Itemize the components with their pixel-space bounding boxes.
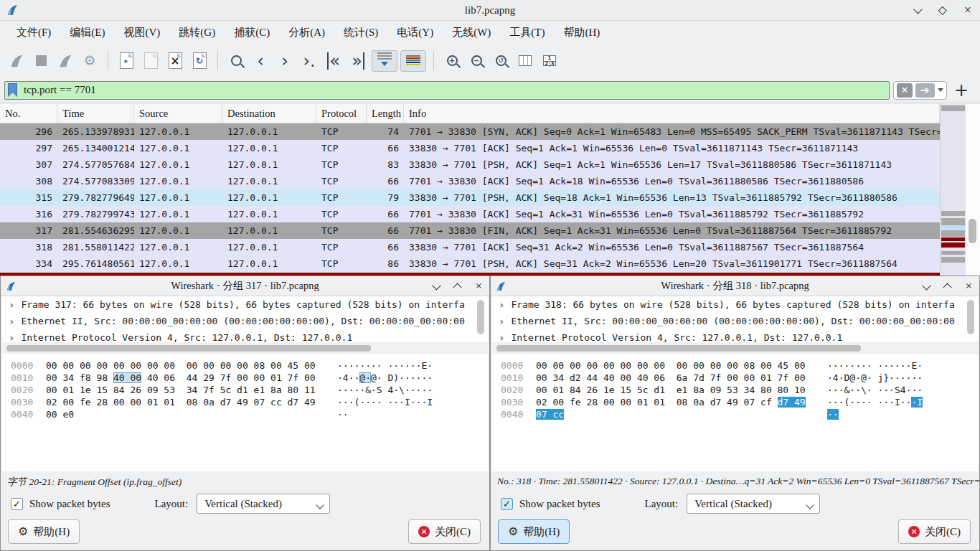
tree-row[interactable]: ›Internet Protocol Version 4, Src: 127.0… [492,329,978,342]
close-icon[interactable]: × [964,4,971,17]
maximize-icon[interactable]: ◇ [938,4,947,16]
close-file-icon[interactable]: × [164,50,186,72]
expander-icon[interactable]: › [499,299,504,311]
menu-file[interactable]: 文件(F) [7,23,60,42]
close-button[interactable]: ✕关闭(C) [408,519,481,544]
menu-edit[interactable]: 编辑(E) [60,23,114,42]
packet-row-318[interactable]: 318281.558011422127.0.0.1127.0.0.1TCP663… [0,239,940,255]
capture-start-icon[interactable] [6,50,27,72]
column-header-protocol[interactable]: Protocol [316,104,367,123]
filter-clear-icon[interactable]: ✕ [897,83,913,98]
find-packet-icon[interactable] [225,50,247,72]
packet-row-307[interactable]: 307274.577057684127.0.0.1127.0.0.1TCP833… [0,156,940,173]
packet-row-308[interactable]: 308274.577083309127.0.0.1127.0.0.1TCP667… [0,173,940,189]
tree-vertical-scrollbar[interactable] [967,300,974,334]
go-first-icon[interactable]: « [323,50,344,72]
column-header-length[interactable]: Length [367,104,404,123]
scrollmap-mark [941,230,965,237]
hex-dump-view[interactable]: 000000 00 00 00 00 00 00 00 00 00 00 00 … [2,354,488,471]
packet-row-334[interactable]: 334295.761480561127.0.0.1127.0.0.1TCP863… [0,255,940,272]
menu-help[interactable]: 帮助(H) [554,23,609,42]
scrollbar-handle[interactable] [496,345,861,352]
cell-source: 127.0.0.1 [134,176,222,187]
expander-icon[interactable]: › [499,316,504,327]
capture-stop-icon[interactable] [30,50,52,72]
tree-vertical-scrollbar[interactable] [477,300,484,334]
show-packet-bytes-checkbox[interactable]: ✓ [11,498,23,510]
menu-tools[interactable]: 工具(T) [500,23,554,42]
column-header-time[interactable]: Time [57,104,134,123]
column-header-source[interactable]: Source [134,104,222,123]
dialog-close-icon[interactable]: × [475,280,482,292]
capture-restart-icon[interactable] [55,50,76,72]
menu-telephony[interactable]: 电话(Y) [387,23,443,42]
menu-statistics[interactable]: 统计(S) [334,23,387,42]
dialog-maximize-icon[interactable] [454,280,461,293]
resize-columns-icon[interactable] [514,50,536,72]
dialog-minimize-icon[interactable] [433,280,440,293]
capture-options-icon[interactable]: ⚙ [79,50,100,72]
tree-row[interactable]: ›Ethernet II, Src: 00:00:00_00:00:00 (00… [2,313,488,329]
open-file-icon[interactable]: ▸ [116,50,137,72]
layout-select[interactable]: Vertical (Stacked) [197,494,330,514]
help-button[interactable]: ⚙帮助(H) [498,519,570,544]
menu-capture[interactable]: 捕获(C) [225,23,279,42]
go-forward-icon[interactable]: › [274,50,296,72]
tree-row[interactable]: ›Internet Protocol Version 4, Src: 127.0… [2,329,488,342]
colorize-icon[interactable] [400,50,426,72]
expander-icon[interactable]: › [499,332,504,343]
toolbar-separator [217,52,218,70]
tree-horizontal-scrollbar[interactable] [492,344,978,353]
dialog-close-icon[interactable]: × [965,280,972,292]
expander-icon[interactable]: › [9,332,14,343]
close-button[interactable]: ✕关闭(C) [898,519,971,544]
menu-view[interactable]: 视图(V) [115,23,170,42]
tree-row[interactable]: ›Frame 318: 66 bytes on wire (528 bits),… [492,296,978,313]
dialog-maximize-icon[interactable] [944,280,951,293]
scrollbar-handle[interactable] [6,345,371,352]
cell-no: 297 [0,143,57,154]
intelligent-scrollbar[interactable] [940,104,966,276]
expander-icon[interactable]: › [9,316,14,327]
reload-file-icon[interactable]: ↻ [189,50,210,72]
go-last-icon[interactable]: » [347,50,369,72]
filter-dropdown-icon[interactable] [938,88,943,95]
packet-row-315[interactable]: 315279.782779649127.0.0.1127.0.0.1TCP793… [0,189,940,206]
packet-row-297[interactable]: 297265.134001214127.0.0.1127.0.0.1TCP663… [0,140,940,156]
layout-123-icon[interactable]: 123 [539,50,560,72]
zoom-reset-icon[interactable]: ↺ [490,50,512,72]
hex-seg: 00 34 f8 98 [46,372,113,383]
show-packet-bytes-checkbox[interactable]: ✓ [501,498,513,510]
expander-icon[interactable]: › [9,299,14,311]
packet-row-296[interactable]: 296265.133978931127.0.0.1127.0.0.1TCP747… [0,123,940,140]
display-filter-input[interactable]: tcp.port == 7701 [4,81,890,100]
menu-wireless[interactable]: 无线(W) [443,23,500,42]
tree-horizontal-scrollbar[interactable] [2,344,488,353]
packet-row-316[interactable]: 316279.782799743127.0.0.1127.0.0.1TCP667… [0,206,940,222]
go-back-icon[interactable]: ‹ [250,50,271,72]
filter-add-button[interactable]: + [954,82,969,99]
packet-row-317[interactable]: 317281.554636295127.0.0.1127.0.0.1TCP667… [0,222,940,239]
menu-go[interactable]: 跳转(G) [169,23,225,42]
help-button[interactable]: ⚙帮助(H) [8,519,80,544]
zoom-in-icon[interactable]: + [441,50,463,72]
auto-scroll-icon[interactable] [372,50,397,72]
filter-bookmark-icon[interactable] [8,83,17,97]
hex-dump-view[interactable]: 000000 00 00 00 00 00 00 00 00 00 00 00 … [492,354,978,471]
minimize-icon[interactable] [915,4,921,17]
filter-apply-icon[interactable]: ➔ [915,83,935,98]
cell-source: 127.0.0.1 [134,143,222,154]
tree-row[interactable]: ›Frame 317: 66 bytes on wire (528 bits),… [2,296,488,313]
column-header-destination[interactable]: Destination [222,104,316,123]
column-header-info[interactable]: Info [404,104,940,123]
scrollbar-handle[interactable] [969,219,976,243]
dialog-minimize-icon[interactable] [923,280,930,293]
go-to-packet-icon[interactable]: ›. [298,50,320,72]
save-file-icon[interactable] [140,50,161,72]
tree-row[interactable]: ›Ethernet II, Src: 00:00:00_00:00:00 (00… [492,313,978,329]
column-header-no[interactable]: No. [0,104,57,123]
layout-select[interactable]: Vertical (Stacked) [687,494,820,514]
menu-analyze[interactable]: 分析(A) [279,23,334,42]
packet-list-scrollbar[interactable] [966,104,980,276]
zoom-out-icon[interactable]: − [466,50,487,72]
